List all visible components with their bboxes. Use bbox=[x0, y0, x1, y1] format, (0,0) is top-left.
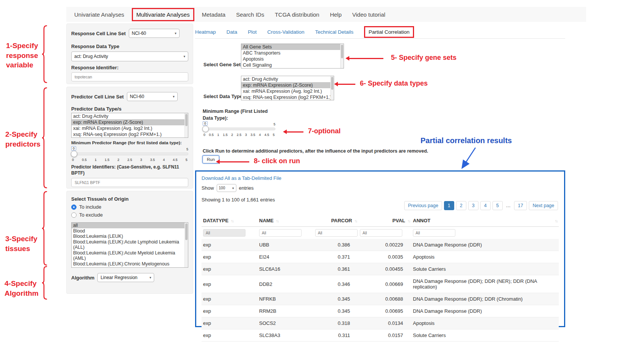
nav-item[interactable]: Univariate Analyses bbox=[69, 11, 129, 18]
nav-item[interactable]: TCGA distribution bbox=[270, 11, 324, 18]
filter-datatype-input[interactable] bbox=[203, 229, 245, 237]
scrollbar-thumb[interactable] bbox=[185, 223, 188, 240]
tab[interactable]: Heatmap bbox=[195, 29, 216, 35]
slider-handle[interactable] bbox=[71, 151, 77, 157]
scrollbar[interactable] bbox=[184, 223, 188, 267]
sort-icon[interactable]: ↑↓ bbox=[355, 218, 357, 223]
chevron-down-icon: ▾ bbox=[150, 276, 152, 279]
table-row[interactable]: exp SLC6A16 0.361 0.00455 Solute Carrier… bbox=[202, 263, 559, 275]
table-row[interactable]: exp SLC38A3 0.311 0.0157 Solute Carriers bbox=[202, 329, 559, 342]
gene-sets-listbox[interactable]: All Gene SetsABC TransportersApoptosisCe… bbox=[241, 44, 344, 69]
data-types-listbox[interactable]: act: Drug Activityexp: mRNA Expression (… bbox=[241, 76, 334, 100]
listbox-option[interactable]: Blood bbox=[72, 228, 188, 234]
page-button[interactable]: 17 bbox=[514, 201, 527, 210]
tab[interactable]: Data bbox=[227, 29, 238, 35]
table-row[interactable]: exp SOCS2 0.318 0.0134 Apoptosis bbox=[202, 317, 559, 329]
listbox-option[interactable]: xai: mRNA Expression (Avg. log2 Int.) bbox=[72, 125, 188, 131]
previous-page-button[interactable]: Previous page bbox=[404, 201, 442, 210]
table-row[interactable]: exp NFRKB 0.345 0.00688 DNA Damage Respo… bbox=[202, 293, 559, 305]
response-identifier-input[interactable] bbox=[71, 72, 188, 81]
listbox-option[interactable]: all bbox=[72, 223, 188, 228]
download-link[interactable]: Download All as a Tab-Delimited File bbox=[202, 175, 559, 181]
slider-track[interactable] bbox=[203, 128, 275, 130]
cell-parcor: 0.386 bbox=[314, 239, 358, 251]
cell-name: RRM2B bbox=[258, 305, 314, 317]
listbox-option[interactable]: xai: mRNA Expression (Avg. log2 Int.) bbox=[241, 88, 334, 94]
filter-parcor-input[interactable] bbox=[315, 229, 358, 237]
scrollbar-thumb[interactable] bbox=[341, 45, 343, 58]
entries-per-page-select[interactable]: 100 ▾ bbox=[217, 184, 236, 192]
slider-tick-label: 4 bbox=[163, 158, 165, 162]
tab[interactable]: Partial Correlation bbox=[364, 26, 414, 38]
listbox-option[interactable]: Blood:Leukemia (LEUK):Acute Lymphoid Leu… bbox=[72, 239, 188, 250]
scrollbar[interactable] bbox=[330, 76, 334, 100]
nav-item[interactable]: Video tutorial bbox=[347, 11, 390, 18]
predictor-data-types-listbox[interactable]: act: Drug Activityexp: mRNA Expression (… bbox=[71, 113, 188, 138]
next-page-button[interactable]: Next page bbox=[529, 201, 558, 210]
radio-selected-icon[interactable] bbox=[71, 204, 77, 210]
listbox-option[interactable]: exp: mRNA Expression (Z-Score) bbox=[72, 119, 188, 125]
scrollbar[interactable] bbox=[184, 113, 188, 137]
filter-name-input[interactable] bbox=[259, 229, 302, 237]
listbox-option[interactable]: xsq: RNA-seq Expression (log2 FPKM+1.) bbox=[72, 131, 188, 137]
slider-tick-label: 4.5 bbox=[173, 158, 178, 162]
radio-unselected-icon[interactable] bbox=[71, 212, 77, 218]
tissue-listbox[interactable]: allBloodBlood:Leukemia (LEUK)Blood:Leuke… bbox=[71, 222, 188, 268]
scrollbar-thumb[interactable] bbox=[185, 114, 188, 126]
tab[interactable]: Technical Details bbox=[315, 29, 353, 35]
slider-tick-label: 0 bbox=[203, 133, 205, 137]
listbox-option[interactable]: Blood:Leukemia (LEUK):Acute Myeloid Leuk… bbox=[72, 250, 188, 261]
response-data-type-select[interactable]: act: Drug Activity ▾ bbox=[71, 51, 188, 61]
sort-icon[interactable]: ↑↓ bbox=[555, 218, 558, 223]
page-button[interactable]: 2 bbox=[456, 201, 466, 210]
tissue-exclude-option[interactable]: To exclude bbox=[71, 212, 188, 218]
page-button[interactable]: 3 bbox=[468, 201, 478, 210]
nav-item[interactable]: Multivariate Analyses bbox=[132, 8, 194, 21]
sort-icon[interactable]: ↑↓ bbox=[276, 218, 278, 223]
listbox-option[interactable]: exp: mRNA Expression (Z-Score) bbox=[241, 82, 334, 88]
listbox-option[interactable]: act: Drug Activity bbox=[241, 76, 334, 82]
column-header-annot[interactable]: ANNOT ↑↓ bbox=[411, 215, 559, 226]
predictor-cell-line-set-select[interactable]: NCI-60 ▾ bbox=[127, 92, 178, 101]
column-header-pval[interactable]: PVAL ↑↓ bbox=[358, 215, 411, 226]
predictor-range-slider[interactable]: 0 5 00.511.522.533.544.55 bbox=[71, 146, 188, 164]
tab[interactable]: Cross-Validation bbox=[267, 29, 305, 35]
tissue-include-option[interactable]: To include bbox=[71, 204, 188, 210]
scrollbar[interactable] bbox=[340, 44, 344, 68]
column-header-parcor[interactable]: PARCOR ↑↓ bbox=[314, 215, 358, 226]
tab[interactable]: Plot bbox=[248, 29, 256, 35]
filter-pval-input[interactable] bbox=[360, 229, 402, 237]
page-button[interactable]: 5 bbox=[492, 201, 503, 210]
listbox-option[interactable]: Blood:Leukemia (LEUK) bbox=[72, 234, 188, 239]
min-range-slider[interactable]: 0 5 00.511.522.533.544.55 bbox=[203, 121, 275, 139]
predictor-identifiers-input[interactable] bbox=[71, 178, 188, 187]
column-header-datatype[interactable]: DATATYPE ↑↓ bbox=[202, 215, 258, 226]
listbox-option[interactable]: Apoptosis bbox=[241, 56, 344, 62]
slider-track[interactable] bbox=[71, 153, 188, 155]
brace-icon bbox=[42, 266, 48, 300]
sort-icon[interactable]: ↑↓ bbox=[408, 218, 410, 223]
listbox-option[interactable]: All Gene Sets bbox=[241, 44, 344, 50]
slider-handle[interactable] bbox=[202, 126, 209, 132]
nav-item[interactable]: Metadata bbox=[197, 11, 231, 18]
listbox-option[interactable]: Blood:Leukemia (LEUK):Chronic Myelogenou… bbox=[72, 261, 188, 268]
slider-tick-label: 1 bbox=[95, 158, 97, 162]
table-row[interactable]: exp DDB2 0.346 0.00669 DNA Damage Respon… bbox=[202, 275, 559, 293]
filter-annot-input[interactable] bbox=[413, 229, 455, 237]
algorithm-select[interactable]: Linear Regression ▾ bbox=[97, 273, 154, 282]
page-button[interactable]: 1 bbox=[444, 201, 454, 210]
nav-item[interactable]: Search IDs bbox=[231, 11, 269, 18]
listbox-option[interactable]: xsq: RNA-seq Expression (log2 FPKM+1.) bbox=[241, 94, 334, 100]
table-row[interactable]: exp UBB 0.386 0.00229 DNA Damage Respons… bbox=[202, 239, 559, 251]
nav-item[interactable]: Help bbox=[325, 11, 347, 18]
column-header-name[interactable]: NAME ↑↓ bbox=[258, 215, 314, 226]
listbox-option[interactable]: act: Drug Activity bbox=[72, 113, 188, 119]
table-row[interactable]: exp RRM2B 0.345 0.00695 DNA Damage Respo… bbox=[202, 305, 559, 317]
listbox-option[interactable]: ABC Transporters bbox=[241, 50, 344, 56]
sort-icon[interactable]: ↑↓ bbox=[231, 218, 233, 223]
response-cell-line-set-select[interactable]: NCI-60 ▾ bbox=[129, 29, 180, 38]
scrollbar-thumb[interactable] bbox=[331, 77, 333, 90]
listbox-option[interactable]: Cell Signaling bbox=[241, 62, 344, 68]
page-button[interactable]: 4 bbox=[480, 201, 491, 210]
table-row[interactable]: exp EI24 0.371 0.0035 Apoptosis bbox=[202, 251, 559, 263]
